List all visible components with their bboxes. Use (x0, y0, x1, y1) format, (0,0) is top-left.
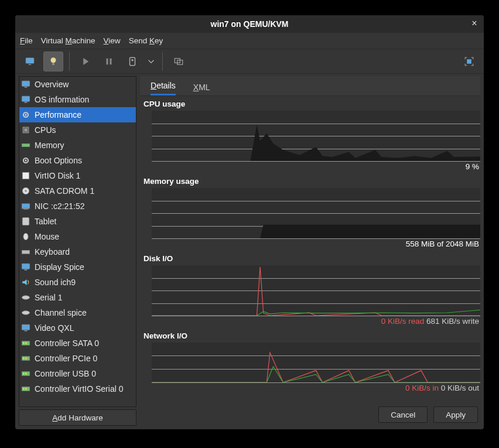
sidebar-item-tablet[interactable]: Tablet (19, 214, 136, 229)
nic-icon (20, 201, 31, 211)
menu-view[interactable]: View (104, 36, 121, 45)
fullscreen-button[interactable] (459, 52, 479, 71)
svg-rect-34 (22, 324, 29, 330)
svg-rect-4 (107, 58, 108, 64)
run-button[interactable] (76, 52, 95, 71)
disk-icon (20, 170, 31, 181)
toolbar (15, 49, 484, 74)
sidebar: OverviewOS informationPerformanceCPUsMem… (15, 74, 140, 429)
menu-virtual-machine[interactable]: Virtual Machine (41, 36, 95, 45)
disk-graph-block: Disk I/O 0 KiB/s read 681 KiB/s write (143, 254, 480, 326)
sidebar-item-label: Memory (35, 141, 64, 150)
sidebar-item-label: NIC :c2:21:52 (35, 201, 85, 211)
sidebar-item-performance[interactable]: Performance (19, 107, 136, 122)
menu-file[interactable]: File (20, 36, 33, 45)
svg-rect-1 (29, 64, 32, 65)
svg-rect-12 (25, 87, 28, 88)
controller-icon (20, 353, 31, 364)
tab-xml[interactable]: XML (193, 83, 210, 95)
sidebar-item-boot-options[interactable]: Boot Options (19, 153, 136, 168)
shutdown-button[interactable] (122, 52, 142, 71)
snapshot-icon (173, 56, 184, 67)
monitor-icon (20, 79, 31, 90)
close-button[interactable]: × (469, 18, 480, 29)
cancel-button[interactable]: Cancel (378, 406, 428, 423)
menu-send-key[interactable]: Send Key (129, 36, 163, 45)
net-graph-value: 0 KiB/s in 0 KiB/s out (143, 384, 480, 392)
ram-icon (20, 140, 31, 151)
svg-rect-37 (23, 342, 24, 344)
sidebar-item-label: Channel spice (35, 308, 87, 317)
svg-rect-3 (53, 63, 54, 65)
controller-icon (20, 368, 31, 379)
sidebar-item-mouse[interactable]: Mouse (19, 229, 136, 244)
tabs: Details XML (140, 76, 480, 96)
sidebar-item-os-information[interactable]: OS information (19, 92, 136, 107)
shutdown-menu-button[interactable] (146, 52, 156, 71)
sidebar-item-label: Performance (35, 110, 81, 119)
cpu-graph (152, 111, 480, 161)
sidebar-item-label: OS information (35, 95, 89, 104)
memory-graph-title: Memory usage (143, 177, 480, 186)
svg-rect-47 (25, 388, 26, 389)
snapshots-button[interactable] (169, 52, 189, 71)
svg-rect-31 (25, 269, 28, 271)
sidebar-item-memory[interactable]: Memory (19, 138, 136, 153)
monitor-icon (25, 56, 35, 67)
sidebar-item-label: Controller PCIe 0 (35, 354, 97, 363)
sidebar-item-label: Keyboard (35, 247, 70, 257)
svg-rect-44 (25, 372, 26, 374)
sidebar-item-label: VirtIO Disk 1 (35, 171, 80, 180)
add-hardware-button[interactable]: Add Hardware (19, 409, 136, 426)
svg-point-2 (51, 57, 56, 63)
sidebar-item-controller-virtio-serial-0[interactable]: Controller VirtIO Serial 0 (19, 381, 136, 396)
cpu-graph-title: CPU usage (143, 100, 480, 108)
disk-graph (152, 265, 480, 316)
svg-rect-46 (23, 388, 24, 389)
sidebar-item-label: CPUs (35, 125, 56, 135)
chip-icon (20, 125, 31, 135)
svg-rect-0 (26, 58, 34, 63)
sidebar-item-channel-spice[interactable]: Channel spice (19, 305, 136, 320)
svg-point-16 (25, 114, 26, 115)
sidebar-item-nic-c2-21-52[interactable]: NIC :c2:21:52 (19, 199, 136, 214)
sidebar-item-label: Serial 1 (35, 293, 62, 302)
console-button[interactable] (20, 52, 40, 71)
svg-point-28 (23, 233, 28, 240)
apply-button[interactable]: Apply (433, 406, 478, 423)
content-area: OverviewOS informationPerformanceCPUsMem… (15, 74, 484, 429)
separator (162, 52, 163, 71)
main-panel: Details XML CPU usage 9 % Memory usage (140, 74, 484, 429)
svg-rect-7 (132, 59, 134, 61)
sidebar-item-cpus[interactable]: CPUs (19, 122, 136, 138)
svg-rect-38 (25, 342, 26, 344)
gear-icon (20, 155, 31, 166)
svg-rect-11 (22, 81, 29, 86)
play-icon (80, 56, 91, 67)
monitor-icon (20, 323, 31, 333)
svg-rect-6 (130, 57, 135, 66)
details-button[interactable] (43, 52, 63, 71)
mouse-icon (20, 231, 31, 242)
sidebar-item-serial-1[interactable]: Serial 1 (19, 290, 136, 305)
sidebar-item-controller-sata-0[interactable]: Controller SATA 0 (19, 336, 136, 351)
svg-rect-13 (22, 96, 29, 101)
window-title: win7 on QEMU/KVM (211, 19, 289, 29)
svg-rect-40 (23, 357, 24, 359)
sidebar-item-keyboard[interactable]: Keyboard (19, 244, 136, 259)
sidebar-item-sata-cdrom-1[interactable]: SATA CDROM 1 (19, 183, 136, 199)
tab-details[interactable]: Details (151, 81, 176, 95)
sidebar-item-virtio-disk-1[interactable]: VirtIO Disk 1 (19, 168, 136, 183)
keyboard-icon (20, 247, 31, 257)
sidebar-item-sound-ich9[interactable]: Sound ich9 (19, 275, 136, 290)
svg-rect-10 (467, 59, 471, 64)
sidebar-item-controller-pcie-0[interactable]: Controller PCIe 0 (19, 351, 136, 366)
hardware-list[interactable]: OverviewOS informationPerformanceCPUsMem… (19, 76, 136, 407)
sidebar-item-display-spice[interactable]: Display Spice (19, 259, 136, 275)
sidebar-item-overview[interactable]: Overview (19, 77, 136, 92)
sidebar-item-video-qxl[interactable]: Video QXL (19, 320, 136, 336)
power-icon (127, 56, 138, 67)
performance-panel: CPU usage 9 % Memory usage 558 MiB of 20… (140, 96, 480, 403)
pause-button[interactable] (99, 52, 119, 71)
sidebar-item-controller-usb-0[interactable]: Controller USB 0 (19, 366, 136, 381)
